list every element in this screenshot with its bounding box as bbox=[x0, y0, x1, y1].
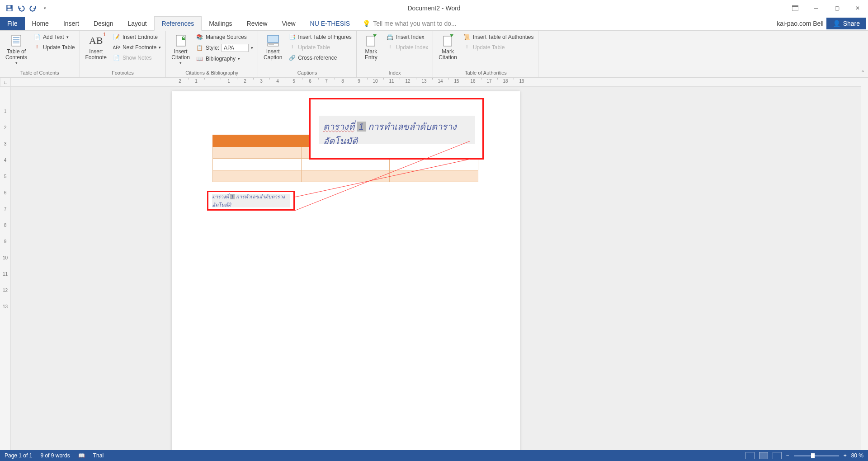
add-text-label: Add Text bbox=[43, 34, 64, 40]
cross-reference-label: Cross-reference bbox=[298, 55, 337, 61]
style-value[interactable]: APA bbox=[222, 44, 249, 52]
document-area[interactable]: ตารางที่ 1 การทำเลขลำดับตารางอัตโนมัติ ต… bbox=[11, 87, 861, 450]
tab-layout[interactable]: Layout bbox=[121, 17, 154, 30]
zoom-slider[interactable] bbox=[794, 455, 839, 456]
insert-toa-button[interactable]: 📜Insert Table of Authorities bbox=[462, 33, 536, 42]
tab-design[interactable]: Design bbox=[86, 17, 121, 30]
group-captions: Insert Caption 📑Insert Table of Figures … bbox=[258, 31, 357, 77]
minimize-icon[interactable]: ─ bbox=[806, 0, 826, 16]
citation-style-selector[interactable]: 📋Style: APA▾ bbox=[194, 43, 255, 53]
web-layout-icon[interactable] bbox=[773, 452, 782, 459]
svg-rect-16 bbox=[443, 36, 452, 46]
horizontal-ruler[interactable]: 2112345678910111213141516171819 bbox=[11, 78, 861, 87]
page[interactable]: ตารางที่ 1 การทำเลขลำดับตารางอัตโนมัติ ต… bbox=[172, 91, 520, 450]
zoom-in-icon[interactable]: + bbox=[844, 452, 847, 459]
chevron-down-icon: ▾ bbox=[179, 61, 182, 65]
bibliography-button[interactable]: 📖Bibliography ▾ bbox=[194, 54, 255, 63]
update-toa-label: Update Table bbox=[473, 44, 505, 51]
bibliography-label: Bibliography bbox=[206, 56, 236, 62]
insert-footnote-button[interactable]: AB1 Insert Footnote bbox=[83, 33, 109, 61]
update-captions-button[interactable]: !Update Table bbox=[287, 43, 354, 52]
caption-text-large: ตารางที่ 1 การทำเลขลำดับตารางอัตโนมัติ bbox=[323, 119, 471, 148]
maximize-icon[interactable]: ▢ bbox=[826, 0, 847, 16]
group-citations: Insert Citation ▾ 📚Manage Sources 📋Style… bbox=[166, 31, 258, 77]
insert-index-button[interactable]: 📇Insert Index bbox=[385, 33, 430, 42]
show-notes-button[interactable]: 📄Show Notes bbox=[111, 53, 163, 62]
update-icon: ! bbox=[463, 44, 471, 51]
qat-customize-icon[interactable]: ▾ bbox=[41, 4, 49, 12]
toc-button[interactable]: Table of Contents ▾ bbox=[3, 33, 30, 66]
tab-home[interactable]: Home bbox=[25, 17, 56, 30]
update-toc-button[interactable]: !Update Table bbox=[32, 43, 77, 52]
cross-reference-button[interactable]: 🔗Cross-reference bbox=[287, 53, 354, 62]
window-title: Document2 - Word bbox=[407, 5, 460, 12]
svg-rect-1 bbox=[8, 5, 11, 8]
caption-icon bbox=[266, 33, 280, 48]
next-footnote-icon: AB¹ bbox=[113, 44, 120, 51]
close-icon[interactable]: ✕ bbox=[847, 0, 868, 16]
language-indicator[interactable]: Thai bbox=[93, 452, 104, 459]
ribbon-tabs: File Home Insert Design Layout Reference… bbox=[0, 16, 868, 31]
tab-file[interactable]: File bbox=[0, 17, 25, 30]
tab-insert[interactable]: Insert bbox=[56, 17, 86, 30]
update-icon: ! bbox=[387, 44, 394, 51]
tab-review[interactable]: Review bbox=[240, 17, 275, 30]
tell-me-search[interactable]: 💡 Tell me what you want to do... bbox=[357, 17, 462, 30]
insert-caption-button[interactable]: Insert Caption bbox=[261, 33, 285, 61]
group-label-citations: Citations & Bibliography bbox=[169, 69, 255, 77]
update-index-button[interactable]: !Update Index bbox=[385, 43, 430, 52]
vertical-scrollbar[interactable] bbox=[861, 78, 868, 450]
collapse-ribbon-icon[interactable]: ⌃ bbox=[857, 31, 868, 77]
ribbon-display-icon[interactable] bbox=[785, 0, 806, 16]
xref-icon: 🔗 bbox=[288, 54, 296, 61]
ruler-corner[interactable]: ∟ bbox=[0, 78, 11, 87]
mark-citation-button[interactable]: Mark Citation bbox=[436, 33, 460, 61]
next-footnote-button[interactable]: AB¹Next Footnote ▾ bbox=[111, 43, 163, 52]
share-button[interactable]: 👤 Share bbox=[826, 18, 866, 29]
spellcheck-icon[interactable]: 📖 bbox=[78, 452, 85, 459]
word-count[interactable]: 9 of 9 words bbox=[40, 452, 70, 459]
svg-rect-4 bbox=[792, 5, 798, 7]
group-label-footnotes: Footnotes bbox=[83, 69, 163, 77]
ribbon: Table of Contents ▾ 📄Add Text ▾ !Update … bbox=[0, 31, 868, 78]
account-name[interactable]: kai-pao.com Bell bbox=[777, 20, 824, 27]
tab-view[interactable]: View bbox=[274, 17, 302, 30]
vertical-ruler[interactable]: 12345678910111213 bbox=[0, 87, 11, 450]
page-indicator[interactable]: Page 1 of 1 bbox=[5, 452, 32, 459]
table-row[interactable] bbox=[213, 159, 478, 170]
tab-nu-ethesis[interactable]: NU E-THESIS bbox=[303, 17, 358, 30]
insert-citation-button[interactable]: Insert Citation ▾ bbox=[169, 33, 193, 66]
zoom-level[interactable]: 80 % bbox=[851, 452, 863, 459]
insert-tof-button[interactable]: 📑Insert Table of Figures bbox=[287, 33, 354, 42]
save-icon[interactable] bbox=[5, 4, 14, 12]
add-text-button[interactable]: 📄Add Text ▾ bbox=[32, 33, 77, 42]
endnote-icon: 📝 bbox=[113, 33, 120, 41]
toc-label: Table of Contents bbox=[5, 49, 27, 61]
mark-entry-button[interactable]: Mark Entry bbox=[359, 33, 383, 61]
table-row[interactable] bbox=[213, 170, 478, 182]
group-toc: Table of Contents ▾ 📄Add Text ▾ !Update … bbox=[0, 31, 80, 77]
callout-small: ตารางที่ 1 การทำเลขลำดับตารางอัตโนมัติ bbox=[207, 191, 295, 211]
manage-sources-button[interactable]: 📚Manage Sources bbox=[194, 33, 255, 42]
update-icon: ! bbox=[33, 44, 41, 51]
caption-highlight-small: ตารางที่ 1 การทำเลขลำดับตารางอัตโนมัติ bbox=[212, 194, 290, 207]
insert-toa-label: Insert Table of Authorities bbox=[473, 34, 534, 40]
tab-mailings[interactable]: Mailings bbox=[202, 17, 239, 30]
redo-icon[interactable] bbox=[29, 4, 37, 12]
tab-references[interactable]: References bbox=[154, 16, 202, 31]
print-layout-icon[interactable] bbox=[759, 452, 768, 459]
update-toa-button[interactable]: !Update Table bbox=[462, 43, 536, 52]
read-mode-icon[interactable] bbox=[745, 452, 755, 459]
quick-access-toolbar: ▾ bbox=[0, 4, 49, 12]
next-footnote-label: Next Footnote bbox=[123, 44, 156, 51]
insert-caption-label: Insert Caption bbox=[264, 49, 282, 61]
insert-tof-label: Insert Table of Figures bbox=[298, 34, 352, 40]
undo-icon[interactable] bbox=[17, 4, 25, 12]
insert-endnote-label: Insert Endnote bbox=[123, 34, 158, 40]
zoom-out-icon[interactable]: − bbox=[786, 452, 789, 459]
svg-rect-2 bbox=[8, 9, 12, 11]
toc-icon bbox=[9, 33, 24, 48]
manage-sources-label: Manage Sources bbox=[206, 34, 247, 40]
lightbulb-icon: 💡 bbox=[363, 20, 370, 27]
insert-endnote-button[interactable]: 📝Insert Endnote bbox=[111, 33, 163, 42]
